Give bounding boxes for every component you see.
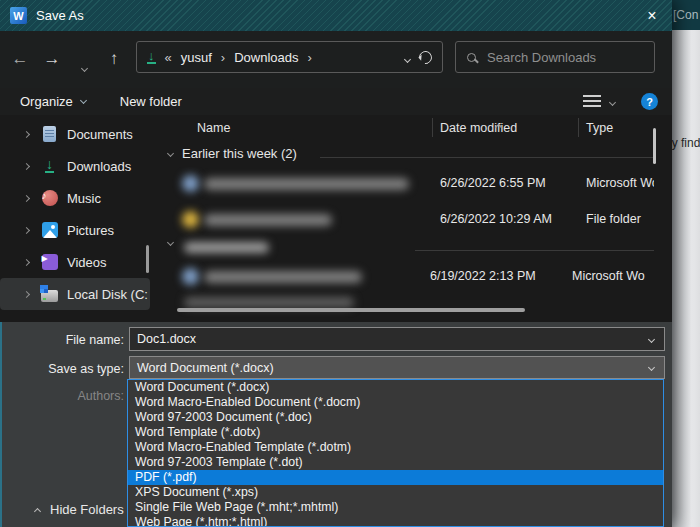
word-file-icon [182,268,199,285]
file-type: File folder [586,212,641,226]
file-name-input[interactable]: Doc1.docx [129,327,665,351]
sidebar-item-videos[interactable]: ▶ Videos [0,246,150,278]
help-icon[interactable]: ? [641,93,658,110]
dropdown-option[interactable]: Word Macro-Enabled Template (*.dotm) [128,440,663,455]
redacted-file-name [204,271,362,283]
sort-ascending-icon [496,116,501,134]
dropdown-option[interactable]: Word 97-2003 Document (*.doc) [128,410,663,425]
dropdown-option[interactable]: Word 97-2003 Template (*.dot) [128,455,663,470]
breadcrumb-user[interactable]: yusuf [181,50,212,65]
word-file-icon [182,175,199,192]
local-disk-icon [41,286,58,303]
view-options-chevron-icon[interactable] [610,93,615,108]
file-name-value: Doc1.docx [137,332,196,346]
group-header-earlier-this-week[interactable]: Earlier this week (2) [168,146,297,161]
refresh-icon[interactable] [416,48,434,66]
breadcrumb-collapse[interactable]: « [165,50,172,65]
dropdown-option[interactable]: Word Macro-Enabled Document (*.docm) [128,395,663,410]
expand-chevron-icon[interactable] [23,194,30,201]
back-icon[interactable]: ← [8,48,32,70]
column-divider[interactable] [578,118,579,137]
new-folder-button[interactable]: New folder [120,94,182,109]
pictures-icon [41,222,58,239]
breadcrumb-separator[interactable]: › [221,50,225,65]
view-controls: ? [583,93,658,110]
navigation-bar: ← → ↑ ↓ « yusuf › Downloads › Search Dow… [0,31,672,88]
chevron-down-icon [80,97,87,104]
save-as-type-value: Word Document (*.docx) [137,361,274,375]
search-input[interactable]: Search Downloads [455,41,655,73]
group-divider [415,250,654,251]
file-type: Microsoft Wo [586,176,654,190]
group-collapse-icon[interactable] [167,239,174,246]
expand-chevron-icon[interactable] [23,258,30,265]
folder-icon [182,211,199,228]
redacted-file-name [204,214,332,226]
browser-area: Documents ↓ Downloads ♪ Music Pictures [0,115,672,322]
sidebar-item-local-disk-c[interactable]: Local Disk (C: [0,278,150,310]
organize-button[interactable]: Organize [20,94,86,109]
address-bar[interactable]: ↓ « yusuf › Downloads › [136,41,443,73]
breadcrumb-separator[interactable]: › [307,50,311,65]
close-icon[interactable]: × [632,0,672,31]
group-collapse-icon[interactable] [167,150,174,157]
expand-chevron-icon[interactable] [23,162,30,169]
file-row-1[interactable]: 6/26/2022 6:55 PM Microsoft Wo [160,167,654,201]
column-header-name[interactable]: Name [197,121,230,135]
column-header-type[interactable]: Type [586,121,613,135]
expand-chevron-icon[interactable] [23,226,30,233]
file-row-3[interactable]: 6/19/2022 2:13 PM Microsoft Wo [160,260,654,294]
chevron-down-icon[interactable] [648,335,655,342]
dropdown-option[interactable]: XPS Document (*.xps) [128,485,663,500]
up-icon[interactable]: ↑ [102,48,126,70]
forward-icon[interactable]: → [40,48,64,70]
list-view-icon[interactable] [583,95,601,109]
group-header-redacted[interactable] [168,240,182,245]
sidebar-item-label: Downloads [67,159,131,174]
sidebar-item-label: Videos [67,255,107,270]
dropdown-option[interactable]: Word Document (*.docx) [128,380,663,395]
dropdown-option[interactable]: Web Page (*.htm;*.html) [128,515,663,527]
sidebar-item-label: Local Disk (C: [67,287,148,302]
vertical-scrollbar[interactable] [653,128,656,164]
column-divider[interactable] [432,118,433,137]
group-divider [320,157,654,158]
word-app-icon-letter: W [13,10,23,22]
dropdown-option[interactable]: Single File Web Page (*.mht;*.mhtml) [128,500,663,515]
chevron-down-icon[interactable] [648,364,655,371]
music-icon: ♪ [41,190,58,207]
hide-folders-button[interactable]: Hide Folders [35,502,124,517]
sidebar-scrollbar[interactable] [146,245,149,273]
save-as-type-label: Save as type: [2,362,124,376]
sidebar-item-pictures[interactable]: Pictures [0,214,150,246]
file-name-label: File name: [2,333,124,347]
redacted-file-name [204,178,409,190]
expand-chevron-icon[interactable] [23,290,30,297]
dialog-title: Save As [36,8,84,23]
word-app-icon: W [10,7,27,24]
recent-locations-icon[interactable] [72,55,96,77]
file-date: 6/19/2022 2:13 PM [430,269,536,283]
dropdown-option[interactable]: Word Template (*.dotx) [128,425,663,440]
address-dropdown-icon[interactable] [405,50,410,65]
breadcrumb-folder[interactable]: Downloads [234,50,298,65]
sidebar-item-documents[interactable]: Documents [0,118,150,150]
file-row-2[interactable]: 6/26/2022 10:29 AM File folder [160,203,654,237]
expand-chevron-icon[interactable] [23,130,30,137]
organize-label: Organize [20,94,73,109]
hide-folders-label: Hide Folders [50,502,124,517]
horizontal-scrollbar[interactable] [177,308,525,312]
sidebar-item-downloads[interactable]: ↓ Downloads [0,150,150,182]
navigation-pane: Documents ↓ Downloads ♪ Music Pictures [0,115,160,322]
videos-icon: ▶ [41,254,58,271]
file-type: Microsoft Wo [572,269,645,283]
save-as-type-select[interactable]: Word Document (*.docx) [129,356,665,379]
sidebar-item-music[interactable]: ♪ Music [0,182,150,214]
dropdown-option-selected-pdf[interactable]: PDF (*.pdf) [128,470,663,485]
screen: [Con ly find W Save As × ← → ↑ ↓ « yusuf… [0,0,700,527]
file-date: 6/26/2022 10:29 AM [440,212,552,226]
downloads-icon: ↓ [41,158,58,175]
column-header-date-modified[interactable]: Date modified [440,121,517,135]
sidebar-item-label: Music [67,191,101,206]
search-icon [467,53,476,62]
